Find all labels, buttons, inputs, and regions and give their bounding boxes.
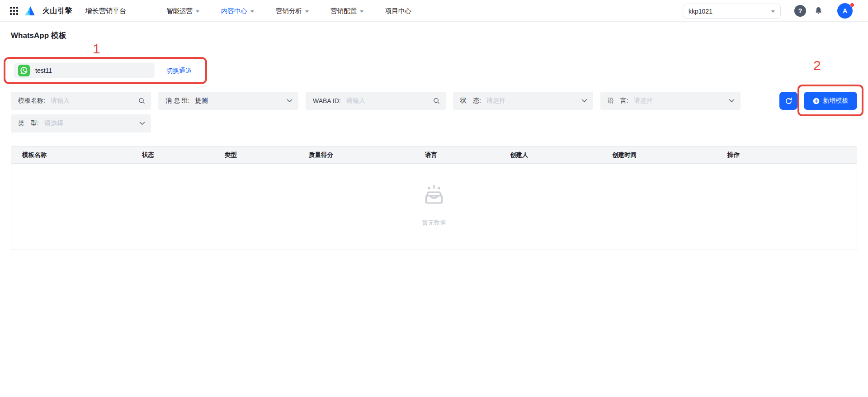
waba-id-filter-input[interactable]: WABA ID: 请输入 xyxy=(306,92,446,110)
platform-name: 增长营销平台 xyxy=(85,7,126,15)
table-empty-state: 暂无数据 xyxy=(11,164,857,250)
nav-item-label: 智能运营 xyxy=(166,7,193,15)
refresh-icon xyxy=(785,97,793,105)
create-template-button[interactable]: 新增模板 xyxy=(804,92,857,110)
filter-selected-value: 提测 xyxy=(195,97,208,105)
column-header-type: 类型 xyxy=(225,151,309,159)
workspace-select-value: kkp1021 xyxy=(689,8,712,15)
avatar-letter: A xyxy=(843,7,847,14)
language-filter-select[interactable]: 语 言: 请选择 xyxy=(600,92,741,110)
type-filter-select[interactable]: 类 型: 请选择 xyxy=(11,114,151,132)
filter-label: 模板名称: xyxy=(18,97,45,105)
nav-item-marketing-config[interactable]: 营销配置 xyxy=(330,7,363,15)
notification-dot xyxy=(850,3,854,7)
chevron-down-icon xyxy=(771,10,775,13)
column-header-language: 语言 xyxy=(425,151,510,159)
chevron-down-icon xyxy=(250,10,254,13)
template-name-filter-input[interactable]: 模板名称: 请输入 xyxy=(11,92,151,110)
channel-name: test11 xyxy=(35,67,52,74)
filter-placeholder: 请选择 xyxy=(634,97,653,105)
filter-label: 语 言: xyxy=(608,97,628,105)
filter-label: 消 息 组: xyxy=(165,97,190,105)
column-header-actions: 操作 xyxy=(727,151,857,159)
filter-placeholder: 请选择 xyxy=(44,119,63,128)
chevron-down-icon xyxy=(729,99,735,103)
nav-item-label: 内容中心 xyxy=(221,7,247,15)
nav-item-content-center[interactable]: 内容中心 xyxy=(221,7,254,15)
message-group-filter-select[interactable]: 消 息 组: 提测 xyxy=(158,92,298,110)
filter-placeholder: 请输入 xyxy=(346,97,365,105)
filter-label: 状 态: xyxy=(460,97,481,105)
switch-channel-link[interactable]: 切换通道 xyxy=(166,67,192,75)
whatsapp-template-page: 火山引擎 增长营销平台 智能运营 内容中心 营销分析 营销配置 项目中心 xyxy=(0,0,868,397)
nav-item-smart-operation[interactable]: 智能运营 xyxy=(166,7,199,15)
notification-bell-icon[interactable] xyxy=(814,6,823,17)
create-template-label: 新增模板 xyxy=(823,97,849,105)
plus-circle-icon xyxy=(813,98,820,104)
nav-item-label: 营销分析 xyxy=(276,7,302,15)
chevron-down-icon xyxy=(196,10,199,13)
workspace-select[interactable]: kkp1021 xyxy=(683,4,781,19)
brand-area: 火山引擎 增长营销平台 xyxy=(10,0,126,22)
chevron-down-icon xyxy=(305,10,309,13)
annotation-number-1: 1 xyxy=(93,42,100,56)
page-title: WhatsApp 模板 xyxy=(11,30,66,41)
chevron-down-icon xyxy=(581,99,587,103)
status-filter-select[interactable]: 状 态: 请选择 xyxy=(453,92,593,110)
brand-divider xyxy=(79,7,79,14)
templates-table: 模板名称 状态 类型 质量得分 语言 创建人 创建时间 操作 暂无数据 xyxy=(11,146,857,250)
whatsapp-icon xyxy=(18,65,30,76)
search-icon xyxy=(138,98,145,104)
nav-item-project-center[interactable]: 项目中心 xyxy=(385,7,411,15)
help-icon[interactable]: ? xyxy=(794,5,806,17)
column-header-template-name: 模板名称 xyxy=(22,151,142,159)
empty-box-icon xyxy=(422,184,446,206)
empty-text: 暂无数据 xyxy=(422,219,446,227)
main-nav: 智能运营 内容中心 营销分析 营销配置 项目中心 xyxy=(166,0,411,22)
filter-label: WABA ID: xyxy=(313,97,341,104)
table-header-row: 模板名称 状态 类型 质量得分 语言 创建人 创建时间 操作 xyxy=(11,147,857,164)
help-icon-glyph: ? xyxy=(798,7,802,14)
nav-item-label: 项目中心 xyxy=(385,7,411,15)
nav-item-marketing-analysis[interactable]: 营销分析 xyxy=(276,7,309,15)
chevron-down-icon xyxy=(139,122,145,126)
column-header-status: 状态 xyxy=(142,151,225,159)
search-icon xyxy=(433,98,440,104)
filter-row-2: 类 型: 请选择 xyxy=(11,114,151,132)
chevron-down-icon xyxy=(287,99,292,103)
filter-placeholder: 请输入 xyxy=(51,97,70,105)
filter-row-1: 模板名称: 请输入 消 息 组: 提测 WABA ID: 请输入 xyxy=(11,92,741,110)
column-header-quality-score: 质量得分 xyxy=(309,151,425,159)
nav-item-label: 营销配置 xyxy=(330,7,357,15)
annotation-number-2: 2 xyxy=(813,59,821,72)
chevron-down-icon xyxy=(360,10,363,13)
filter-label: 类 型: xyxy=(18,119,39,128)
brand-name: 火山引擎 xyxy=(42,6,72,16)
refresh-button[interactable] xyxy=(779,92,797,110)
current-channel-pill[interactable]: test11 xyxy=(14,63,155,78)
volcengine-logo-icon xyxy=(24,6,36,16)
column-header-create-time: 创建时间 xyxy=(612,151,727,159)
top-navbar: 火山引擎 增长营销平台 智能运营 内容中心 营销分析 营销配置 项目中心 xyxy=(0,0,868,22)
filter-placeholder: 请选择 xyxy=(486,97,505,105)
column-header-creator: 创建人 xyxy=(510,151,612,159)
apps-grid-icon[interactable] xyxy=(10,7,18,15)
topbar-right: kkp1021 ? A xyxy=(678,0,868,22)
